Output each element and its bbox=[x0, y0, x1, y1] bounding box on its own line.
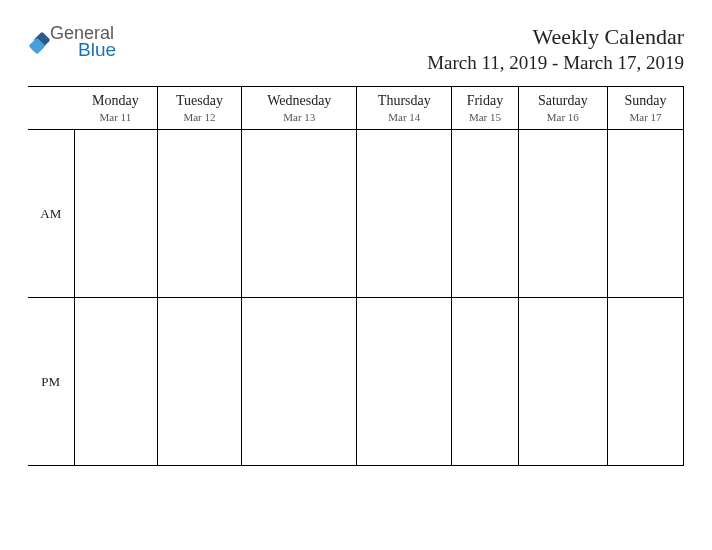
calendar-cell bbox=[242, 298, 357, 466]
calendar-cell bbox=[74, 298, 157, 466]
day-name: Friday bbox=[452, 93, 517, 109]
day-header: Wednesday Mar 13 bbox=[242, 87, 357, 130]
day-header: Tuesday Mar 12 bbox=[157, 87, 242, 130]
day-header: Thursday Mar 14 bbox=[357, 87, 452, 130]
day-header: Saturday Mar 16 bbox=[518, 87, 608, 130]
logo-icon bbox=[28, 32, 50, 54]
calendar-cell bbox=[608, 130, 684, 298]
calendar-cell bbox=[357, 298, 452, 466]
calendar-header-row: Monday Mar 11 Tuesday Mar 12 Wednesday M… bbox=[28, 87, 684, 130]
day-name: Wednesday bbox=[242, 93, 356, 109]
title-block: Weekly Calendar March 11, 2019 - March 1… bbox=[427, 24, 684, 74]
calendar-cell bbox=[452, 130, 518, 298]
logo: General Blue bbox=[28, 24, 116, 59]
calendar-cell bbox=[242, 130, 357, 298]
calendar-cell bbox=[157, 130, 242, 298]
row-label-head bbox=[28, 87, 74, 130]
calendar-cell bbox=[518, 130, 608, 298]
row-label-am: AM bbox=[28, 130, 74, 298]
calendar-cell bbox=[157, 298, 242, 466]
day-name: Sunday bbox=[608, 93, 683, 109]
day-name: Thursday bbox=[357, 93, 451, 109]
calendar-table: Monday Mar 11 Tuesday Mar 12 Wednesday M… bbox=[28, 86, 684, 466]
calendar-cell bbox=[452, 298, 518, 466]
day-date: Mar 11 bbox=[74, 111, 157, 123]
day-name: Saturday bbox=[519, 93, 608, 109]
page-title: Weekly Calendar bbox=[427, 24, 684, 50]
header: General Blue Weekly Calendar March 11, 2… bbox=[28, 24, 684, 74]
day-date: Mar 13 bbox=[242, 111, 356, 123]
day-date: Mar 17 bbox=[608, 111, 683, 123]
calendar-row-am: AM bbox=[28, 130, 684, 298]
calendar-cell bbox=[357, 130, 452, 298]
day-name: Monday bbox=[74, 93, 157, 109]
calendar-cell bbox=[518, 298, 608, 466]
date-range: March 11, 2019 - March 17, 2019 bbox=[427, 52, 684, 74]
day-name: Tuesday bbox=[158, 93, 242, 109]
day-header: Monday Mar 11 bbox=[74, 87, 157, 130]
row-label-pm: PM bbox=[28, 298, 74, 466]
day-header: Friday Mar 15 bbox=[452, 87, 518, 130]
logo-text: General Blue bbox=[50, 24, 116, 59]
day-date: Mar 12 bbox=[158, 111, 242, 123]
calendar-row-pm: PM bbox=[28, 298, 684, 466]
calendar-cell bbox=[608, 298, 684, 466]
calendar-cell bbox=[74, 130, 157, 298]
logo-blue: Blue bbox=[78, 40, 116, 59]
day-date: Mar 15 bbox=[452, 111, 517, 123]
day-header: Sunday Mar 17 bbox=[608, 87, 684, 130]
day-date: Mar 16 bbox=[519, 111, 608, 123]
day-date: Mar 14 bbox=[357, 111, 451, 123]
